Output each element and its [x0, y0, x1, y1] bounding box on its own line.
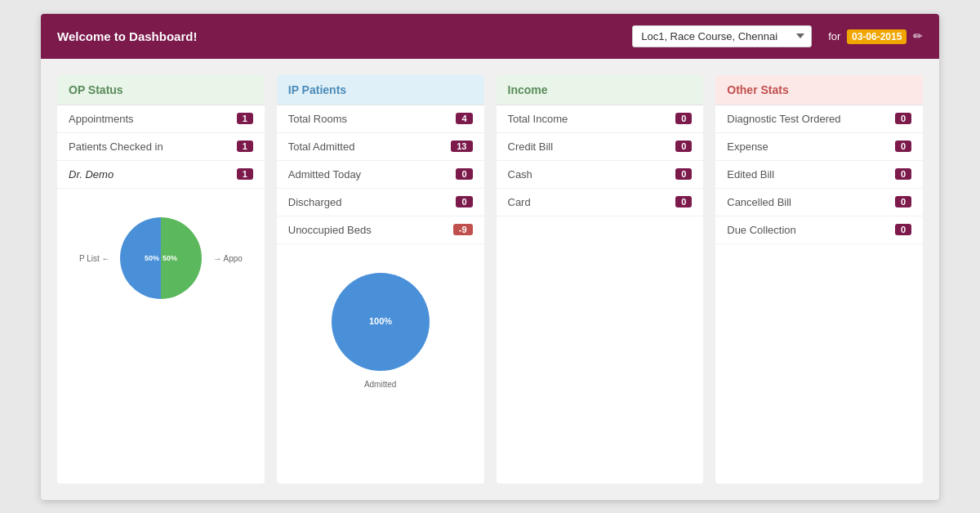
pie-right-pct: 50% [163, 254, 177, 262]
ip-pie-chart: 100% [327, 269, 434, 375]
admitted-today-label: Admitted Today [288, 168, 361, 181]
patients-checked-badge: 1 [237, 141, 253, 152]
total-income-label: Total Income [508, 113, 568, 125]
cash-label: Cash [508, 168, 532, 181]
header: Welcome to Dashboard! Loc1, Race Course,… [41, 14, 939, 59]
card-badge: 0 [675, 196, 692, 207]
edited-bill-badge: 0 [895, 168, 911, 180]
list-item: Card 0 [497, 189, 704, 216]
list-item: Edited Bill 0 [715, 161, 923, 189]
expense-label: Expense [727, 141, 768, 153]
list-item: Total Income 0 [497, 105, 704, 133]
other-panel: Other Stats Diagnostic Test Ordered 0 Ex… [715, 75, 923, 484]
income-panel-header: Income [497, 75, 704, 105]
list-item: Patients Checked in 1 [57, 133, 265, 161]
cancelled-bill-label: Cancelled Bill [727, 196, 791, 208]
list-item: Credit Bill 0 [497, 133, 704, 161]
main-content: OP Status Appointments 1 Patients Checke… [41, 59, 939, 500]
doctor-name: Dr. Demo [69, 168, 114, 181]
header-title: Welcome to Dashboard! [57, 29, 616, 43]
due-collection-label: Due Collection [727, 224, 796, 236]
list-item: Discharged 0 [277, 189, 484, 216]
op-panel: OP Status Appointments 1 Patients Checke… [57, 75, 265, 484]
ip-panel: IP Patients Total Rooms 4 Total Admitted… [277, 75, 484, 484]
card-label: Card [508, 196, 531, 208]
diagnostic-badge: 0 [895, 113, 911, 124]
pie-left-pct: 50% [145, 254, 159, 262]
for-text: for 03-06-2015 ✏ [828, 29, 923, 42]
total-admitted-badge: 13 [451, 141, 472, 152]
total-rooms-badge: 4 [456, 113, 472, 124]
ip-pie-center-label: 100% [369, 316, 392, 326]
ip-pie-sublabel: Admitted [364, 380, 396, 389]
pie-left-label: P List ← [79, 253, 110, 262]
total-income-badge: 0 [675, 113, 692, 124]
total-admitted-label: Total Admitted [288, 141, 355, 153]
expense-badge: 0 [895, 141, 911, 152]
list-item: Diagnostic Test Ordered 0 [715, 105, 923, 133]
cancelled-bill-badge: 0 [895, 196, 911, 207]
main-container: Welcome to Dashboard! Loc1, Race Course,… [41, 14, 939, 500]
ip-chart-area: 100% Admitted [277, 244, 484, 413]
cash-badge: 0 [675, 168, 692, 180]
edit-icon[interactable]: ✏ [913, 29, 923, 42]
discharged-label: Discharged [288, 196, 342, 208]
list-item: Unoccupied Beds -9 [277, 216, 484, 244]
list-item: Expense 0 [715, 133, 923, 161]
other-panel-header: Other Stats [715, 75, 923, 105]
admitted-today-badge: 0 [456, 168, 472, 180]
list-item: Total Admitted 13 [277, 133, 484, 161]
income-panel: Income Total Income 0 Credit Bill 0 Cash… [497, 75, 704, 484]
list-item: Total Rooms 4 [277, 105, 484, 133]
doctor-row: Dr. Demo 1 [57, 161, 265, 189]
pie-right-label: → Appo [213, 253, 243, 262]
op-chart-area: P List ← 50% 50% → Appo [57, 189, 265, 328]
list-item: Cancelled Bill 0 [715, 189, 923, 216]
patients-checked-label: Patients Checked in [69, 141, 163, 153]
discharged-badge: 0 [456, 196, 472, 207]
list-item: Admitted Today 0 [277, 161, 484, 189]
op-pie-chart: 50% 50% [116, 213, 206, 303]
list-item: Due Collection 0 [715, 216, 923, 244]
unoccupied-beds-badge: -9 [453, 224, 473, 235]
location-select[interactable]: Loc1, Race Course, Chennai [632, 25, 812, 47]
credit-bill-badge: 0 [675, 141, 692, 152]
ip-panel-header: IP Patients [277, 75, 484, 105]
appointments-badge: 1 [237, 113, 253, 124]
edited-bill-label: Edited Bill [727, 168, 774, 181]
diagnostic-label: Diagnostic Test Ordered [727, 113, 840, 125]
appointments-label: Appointments [69, 113, 134, 125]
list-item: Cash 0 [497, 161, 704, 189]
date-badge: 03-06-2015 [847, 29, 906, 44]
list-item: Appointments 1 [57, 105, 265, 133]
total-rooms-label: Total Rooms [288, 113, 347, 125]
op-panel-header: OP Status [57, 75, 265, 105]
credit-bill-label: Credit Bill [508, 141, 554, 153]
doctor-badge: 1 [237, 168, 253, 180]
due-collection-badge: 0 [895, 224, 911, 235]
unoccupied-beds-label: Unoccupied Beds [288, 224, 372, 236]
